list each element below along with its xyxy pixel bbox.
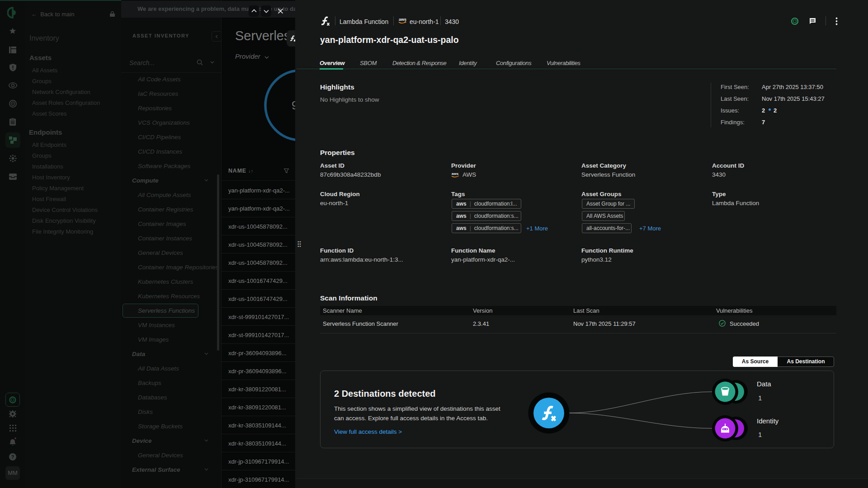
svg-text:aws: aws [399,17,406,22]
svg-text:9: 9 [292,99,295,112]
svg-text:aws: aws [452,172,459,176]
svg-text:?: ? [11,454,14,460]
